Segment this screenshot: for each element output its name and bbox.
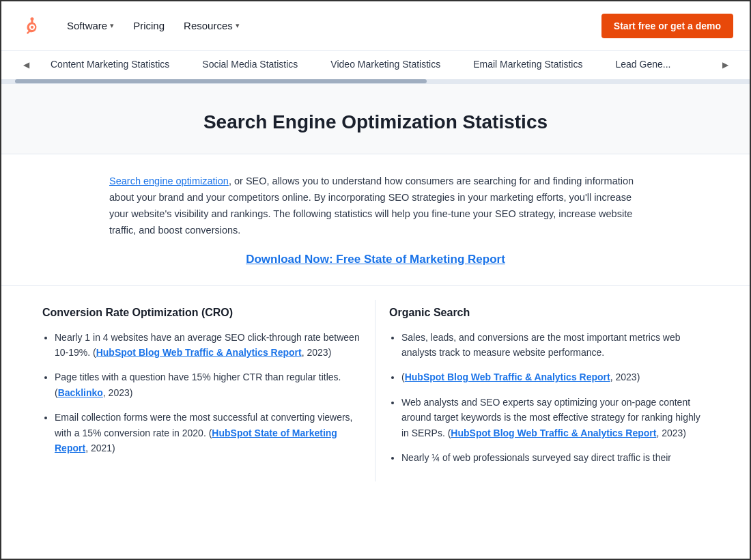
intro-section: Search engine optimization, or SEO, allo… xyxy=(68,154,683,285)
secondary-nav-lead-gen[interactable]: Lead Gene... xyxy=(599,51,687,79)
organic-link-1[interactable]: HubSpot Blog Web Traffic & Analytics Rep… xyxy=(405,372,610,382)
organic-title: Organic Search xyxy=(389,307,709,319)
scroll-track xyxy=(1,79,750,83)
secondary-nav: ◀ Content Marketing Statistics Social Me… xyxy=(1,51,750,84)
secondary-nav-email-marketing[interactable]: Email Marketing Statistics xyxy=(457,51,599,79)
cro-item-3: Email collection forms were the most suc… xyxy=(55,410,361,456)
cta-button[interactable]: Start free or get a demo xyxy=(601,14,733,38)
nav-resources[interactable]: Resources ▾ xyxy=(175,14,248,37)
nav-pricing-label: Pricing xyxy=(133,20,165,31)
secondary-nav-content-marketing[interactable]: Content Marketing Statistics xyxy=(34,51,186,79)
secondary-nav-social-media[interactable]: Social Media Statistics xyxy=(186,51,314,79)
nav-software-label: Software xyxy=(67,20,107,31)
nav-pricing[interactable]: Pricing xyxy=(125,14,173,37)
main-content: Search Engine Optimization Statistics Se… xyxy=(1,84,750,559)
organic-item-2: (HubSpot Blog Web Traffic & Analytics Re… xyxy=(401,369,709,384)
secondary-nav-items: Content Marketing Statistics Social Medi… xyxy=(34,51,717,79)
organic-item-3: Web analysts and SEO experts say optimiz… xyxy=(401,395,709,440)
intro-paragraph: Search engine optimization, or SEO, allo… xyxy=(109,173,642,239)
cro-item-1: Nearly 1 in 4 websites have an average S… xyxy=(55,330,361,361)
organic-link-2[interactable]: HubSpot Blog Web Traffic & Analytics Rep… xyxy=(451,428,656,438)
organic-list: Sales, leads, and conversions are the mo… xyxy=(389,330,709,466)
cro-column: Conversion Rate Optimization (CRO) Nearl… xyxy=(29,300,376,482)
hero-section: Search Engine Optimization Statistics xyxy=(1,84,750,154)
nav-software[interactable]: Software ▾ xyxy=(59,14,122,37)
hubspot-logo[interactable] xyxy=(18,14,42,38)
svg-point-0 xyxy=(31,25,33,28)
cro-title: Conversion Rate Optimization (CRO) xyxy=(42,307,361,319)
cro-link-1[interactable]: HubSpot Blog Web Traffic & Analytics Rep… xyxy=(96,347,302,358)
cro-link-2[interactable]: Backlinko xyxy=(58,387,103,398)
nav-resources-label: Resources xyxy=(184,20,233,31)
organic-item-1: Sales, leads, and conversions are the mo… xyxy=(401,330,709,361)
scroll-left-arrow[interactable]: ◀ xyxy=(18,51,34,79)
stats-grid: Conversion Rate Optimization (CRO) Nearl… xyxy=(1,285,750,496)
scroll-thumb[interactable] xyxy=(15,79,427,83)
secondary-nav-video-marketing[interactable]: Video Marketing Statistics xyxy=(314,51,457,79)
download-link[interactable]: Download Now: Free State of Marketing Re… xyxy=(109,253,642,266)
seo-link[interactable]: Search engine optimization xyxy=(109,176,229,186)
cro-list: Nearly 1 in 4 websites have an average S… xyxy=(42,330,361,456)
cro-item-2: Page titles with a question have 15% hig… xyxy=(55,369,361,400)
nav-items: Software ▾ Pricing Resources ▾ xyxy=(59,14,601,37)
organic-item-4: Nearly ¼ of web professionals surveyed s… xyxy=(401,450,709,465)
navbar: Software ▾ Pricing Resources ▾ Start fre… xyxy=(1,1,750,51)
page-title: Search Engine Optimization Statistics xyxy=(42,111,709,133)
scroll-right-arrow[interactable]: ▶ xyxy=(717,51,733,79)
software-chevron-icon: ▾ xyxy=(110,21,114,30)
organic-search-column: Organic Search Sales, leads, and convers… xyxy=(376,300,722,482)
resources-chevron-icon: ▾ xyxy=(236,21,240,30)
